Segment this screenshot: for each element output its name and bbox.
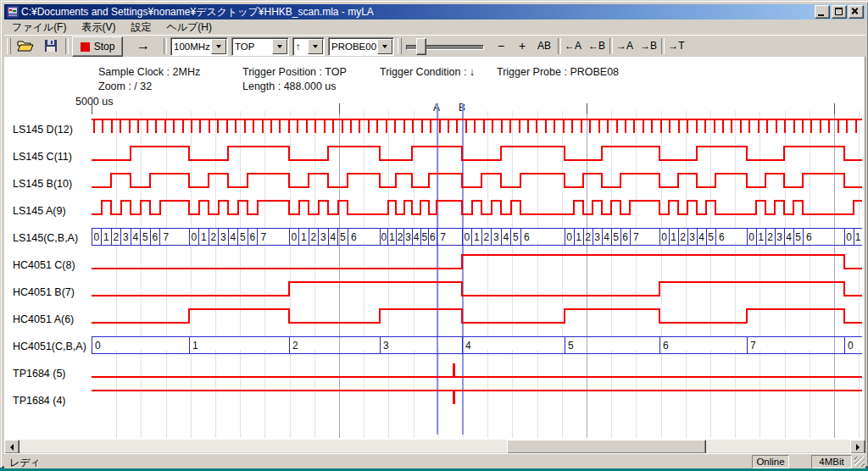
bus-value: 0 (748, 231, 754, 243)
bus-value: 3 (405, 231, 411, 243)
bus-value: 4 (786, 231, 792, 243)
zoom-ab-button[interactable]: AB (533, 36, 555, 55)
bus-value: 6 (430, 231, 436, 243)
menu-help[interactable]: ヘルプ(H) (159, 19, 220, 36)
status-memory-badge: 4MBit (811, 455, 852, 468)
status-ready-text: レディ (9, 456, 41, 470)
scroll-left-button[interactable] (4, 440, 19, 454)
stop-button[interactable]: Stop (72, 36, 123, 57)
channel-label: LS145(C,B,A) (13, 232, 78, 244)
bus-value: 5 (340, 231, 346, 243)
move-b-left-button[interactable]: ←B (586, 36, 608, 55)
bus-value: 3 (776, 231, 782, 243)
bus-value: 3 (383, 340, 389, 352)
menu-view[interactable]: 表示(V) (74, 19, 123, 36)
status-bar: レディ Online 4MBit (4, 453, 865, 468)
trigger-position-combo[interactable]: TOP (231, 37, 289, 56)
chevron-down-icon[interactable] (308, 39, 323, 54)
trigger-edge-combo[interactable]: ↑ (292, 37, 325, 56)
floppy-icon (44, 39, 58, 53)
bus-value: 4 (230, 231, 236, 243)
status-online-badge: Online (752, 455, 789, 468)
chevron-down-icon[interactable] (272, 39, 287, 54)
bus-value: 2 (310, 231, 316, 243)
maximize-button[interactable] (832, 5, 847, 19)
bus-value: 5 (421, 231, 427, 243)
save-button[interactable] (40, 36, 62, 55)
bus-value: 4 (132, 231, 138, 243)
open-folder-icon (17, 39, 34, 53)
bus-value: 4 (465, 340, 471, 352)
channel-label: HC4051(C,B,A) (13, 341, 86, 352)
open-file-button[interactable] (14, 36, 36, 55)
bus-value: 1 (855, 231, 861, 243)
move-a-right-button[interactable]: →A (614, 36, 636, 55)
bus-value: 2 (585, 231, 591, 243)
menu-file[interactable]: ファイル(F) (4, 19, 74, 36)
channel-label: HC4051 B(7) (13, 286, 75, 298)
bus-value: 7 (261, 231, 267, 243)
scrollbar-thumb[interactable] (507, 440, 706, 454)
bus-value: 5 (613, 231, 619, 243)
channel-label: HC4051 A(6) (13, 313, 74, 325)
toolbar-separator (558, 38, 561, 54)
arrow-left-icon (10, 444, 14, 451)
bus-value: 2 (767, 231, 773, 243)
bus-value: 0 (95, 340, 101, 352)
bus-value: 1 (103, 231, 109, 243)
bus-value: 2 (292, 340, 298, 352)
bus-value: 3 (123, 231, 129, 243)
bus-value: 1 (389, 231, 395, 243)
minimize-button[interactable] (815, 5, 830, 19)
bus-value: 6 (351, 231, 357, 243)
close-button[interactable] (849, 5, 864, 19)
toolbar: Stop → 100MHz TOP ↑ PROBE00 − + AB ←A ← (4, 35, 865, 57)
run-button[interactable]: → (128, 36, 159, 55)
move-a-left-button[interactable]: ←A (562, 36, 584, 55)
resize-grip[interactable] (854, 457, 865, 467)
trigger-probe-combo[interactable]: PROBE00 (328, 37, 394, 56)
bus-value: 5 (513, 231, 519, 243)
minimize-icon (818, 14, 824, 16)
bus-value: 7 (440, 231, 446, 243)
bus-value: 6 (806, 231, 812, 243)
goto-trigger-button[interactable]: →T (665, 36, 687, 55)
bus-value: 0 (661, 231, 667, 243)
trigger-condition-info: Trigger Condition : ↓ (380, 66, 475, 78)
bus-value: 0 (464, 231, 470, 243)
bus-value: 2 (210, 231, 216, 243)
bus-value: 0 (291, 231, 297, 243)
bus-value: 2 (398, 231, 403, 243)
bus-value: 4 (503, 231, 509, 243)
bus-value: 1 (201, 231, 207, 243)
channel-label: HC4051 C(8) (13, 259, 75, 271)
stop-icon (81, 42, 90, 52)
chevron-down-icon[interactable] (211, 39, 226, 54)
sample-clock-value: 100MHz (171, 42, 210, 52)
bus-value: 6 (524, 231, 530, 243)
bus-value: 2 (483, 231, 489, 243)
app-window: C:¥Documents and Settings¥noname¥デスクトップ¥… (0, 0, 868, 468)
run-arrow-icon: → (136, 38, 150, 53)
toolbar-grip (7, 38, 11, 54)
waveform-display: 0123456701234567012345601234567012345601… (92, 103, 862, 439)
sample-clock-combo[interactable]: 100MHz (170, 37, 228, 56)
bus-value: 0 (191, 231, 197, 243)
bus-value: 5 (142, 231, 148, 243)
bus-value: 0 (846, 231, 852, 243)
chevron-down-icon[interactable] (377, 39, 392, 54)
zoom-in-button[interactable]: + (513, 36, 531, 55)
move-b-right-button[interactable]: →B (637, 36, 659, 55)
channel-label: TP1684 (4) (13, 395, 66, 407)
horizontal-scrollbar[interactable] (4, 440, 865, 452)
scroll-right-button[interactable] (850, 440, 865, 454)
window-title: C:¥Documents and Settings¥noname¥デスクトップ¥… (21, 4, 813, 19)
bus-value: 3 (594, 231, 600, 243)
menu-settings[interactable]: 設定 (123, 19, 159, 36)
toolbar-separator (164, 38, 167, 54)
bus-value: 6 (663, 340, 669, 352)
zoom-out-button[interactable]: − (492, 36, 510, 55)
title-bar: C:¥Documents and Settings¥noname¥デスクトップ¥… (4, 4, 865, 19)
bus-value: 1 (192, 340, 198, 352)
zoom-slider-thumb[interactable] (416, 38, 426, 55)
